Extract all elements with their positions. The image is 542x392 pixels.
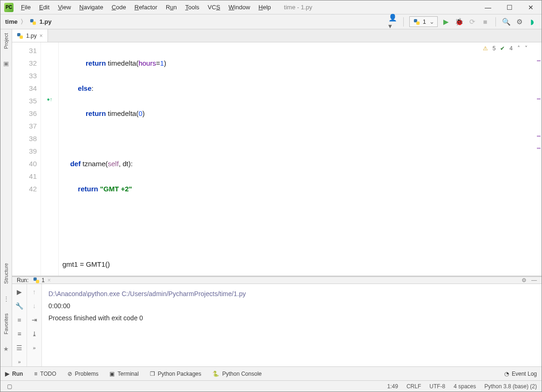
- user-icon[interactable]: 👤▾: [388, 17, 398, 27]
- terminal-tool-button[interactable]: ▣Terminal: [109, 371, 138, 377]
- minimize-button[interactable]: —: [477, 0, 499, 14]
- event-log-button[interactable]: ◔Event Log: [504, 371, 537, 377]
- wrench-icon[interactable]: 🔧: [14, 301, 25, 311]
- line-gutter: 313233 343536 373839 404142: [12, 42, 41, 276]
- console-line: Process finished with exit code 0: [48, 312, 535, 324]
- menu-window[interactable]: Window: [225, 2, 254, 13]
- menu-code[interactable]: Code: [108, 2, 130, 13]
- inspection-widget[interactable]: ⚠5 ✔4 ˄ ˅: [483, 45, 528, 52]
- problems-tool-button[interactable]: ⊘Problems: [68, 371, 99, 377]
- tab-close-icon[interactable]: ×: [40, 33, 43, 39]
- warning-count: 5: [493, 45, 496, 52]
- ide-updates-icon[interactable]: ◗: [528, 17, 537, 27]
- app-icon: PC: [4, 3, 14, 12]
- menubar: File Edit View Navigate Code Refactor Ru…: [17, 2, 275, 13]
- window-title: time - 1.py: [284, 4, 312, 11]
- run-label: Run:: [17, 277, 28, 284]
- svg-rect-5: [20, 35, 23, 39]
- error-stripe[interactable]: [536, 42, 542, 276]
- search-icon[interactable]: 🔍: [501, 17, 511, 27]
- menu-file[interactable]: File: [17, 2, 34, 13]
- terminal-icon: ▣: [109, 371, 115, 377]
- editor-body[interactable]: 313233 343536 373839 404142 ●↑ return ti…: [12, 42, 542, 276]
- svg-rect-7: [36, 280, 39, 283]
- breadcrumb-sep: 〉: [20, 18, 27, 26]
- gutter-icons: ●↑: [41, 42, 59, 276]
- todo-icon: ≡: [34, 371, 37, 377]
- scroll-end-icon[interactable]: ⤓: [29, 329, 40, 339]
- down-arrow-icon[interactable]: ↓: [29, 301, 40, 311]
- run-config-selector[interactable]: 1: [409, 16, 438, 27]
- window-controls: — ☐ ✕: [477, 0, 542, 14]
- console-output[interactable]: D:\Anaconda\python.exe C:/Users/admin/Py…: [42, 284, 542, 370]
- check-count: 4: [509, 45, 513, 52]
- code-content[interactable]: return timedelta(hours=1) else: return t…: [59, 42, 542, 276]
- stop-icon[interactable]: ■: [14, 315, 25, 325]
- project-icon: ▣: [3, 60, 9, 67]
- rerun-button[interactable]: ▶: [14, 287, 25, 297]
- python-file-icon: [33, 277, 40, 284]
- check-icon: ✔: [500, 45, 505, 52]
- structure-tool-button[interactable]: Structure: [3, 261, 9, 286]
- run-panel-header: Run: 1 × ⚙ —: [12, 277, 542, 284]
- run-config-label[interactable]: 1: [41, 277, 45, 284]
- python-console-tool-button[interactable]: 🐍Python Console: [212, 371, 262, 377]
- up-arrow-icon[interactable]: ↑: [29, 287, 40, 297]
- cursor-position[interactable]: 1:49: [387, 383, 398, 390]
- project-tool-button[interactable]: Project: [3, 31, 9, 51]
- line-separator[interactable]: CRLF: [406, 383, 421, 390]
- indent-setting[interactable]: 4 spaces: [454, 383, 476, 390]
- file-encoding[interactable]: UTF-8: [429, 383, 445, 390]
- breadcrumb-file[interactable]: 1.py: [40, 18, 52, 25]
- run-toolbar-secondary: ↑ ↓ ⇥ ⤓ »: [27, 284, 42, 370]
- debug-button[interactable]: 🐞: [454, 17, 464, 27]
- layout-icon[interactable]: ≡: [14, 329, 25, 339]
- interpreter[interactable]: Python 3.8 (base) (2): [484, 383, 537, 390]
- warning-icon: ⚠: [483, 45, 488, 52]
- run-button[interactable]: ▶: [441, 17, 451, 27]
- python-file-icon: [17, 33, 23, 39]
- stop-button[interactable]: ■: [481, 17, 490, 27]
- bottom-tool-bar: ▶Run ≡TODO ⊘Problems ▣Terminal ❒Python P…: [0, 366, 542, 380]
- pin-icon[interactable]: ☰: [14, 343, 25, 353]
- breadcrumb-root[interactable]: time: [5, 18, 18, 25]
- python-file-icon: [29, 18, 37, 26]
- run-tab-close-icon[interactable]: ×: [47, 277, 51, 284]
- console-icon: 🐍: [212, 371, 219, 377]
- override-icon[interactable]: ●↑: [41, 93, 58, 105]
- status-bar: ▢ 1:49 CRLF UTF-8 4 spaces Python 3.8 (b…: [0, 380, 542, 392]
- down-icon[interactable]: ˅: [525, 45, 528, 52]
- maximize-button[interactable]: ☐: [499, 0, 520, 14]
- more-icon[interactable]: »: [29, 343, 40, 353]
- run-settings-icon[interactable]: ⚙: [522, 277, 527, 284]
- close-button[interactable]: ✕: [520, 0, 542, 14]
- menu-refactor[interactable]: Refactor: [131, 2, 161, 13]
- run-tool-button[interactable]: ▶Run: [5, 371, 23, 377]
- separator: [403, 17, 404, 27]
- status-tool-window-icon[interactable]: ▢: [7, 383, 12, 390]
- titlebar: PC File Edit View Navigate Code Refactor…: [0, 0, 542, 14]
- menu-edit[interactable]: Edit: [35, 2, 53, 13]
- breadcrumb: time 〉 1.py: [5, 18, 52, 26]
- left-tool-rail: Project ▣ Structure ⋮ Favorites ★: [0, 29, 12, 366]
- python-packages-tool-button[interactable]: ❒Python Packages: [150, 371, 201, 377]
- run-tool-window: Run: 1 × ⚙ — ▶ 🔧 ■ ≡ ☰ »: [12, 276, 542, 366]
- svg-rect-3: [416, 21, 420, 25]
- menu-tools[interactable]: Tools: [182, 2, 203, 13]
- todo-tool-button[interactable]: ≡TODO: [34, 371, 56, 377]
- svg-rect-1: [33, 21, 36, 25]
- menu-navigate[interactable]: Navigate: [75, 2, 107, 13]
- menu-run[interactable]: Run: [162, 2, 181, 13]
- more-icon[interactable]: »: [14, 357, 25, 367]
- favorites-icon: ★: [3, 345, 9, 352]
- up-icon[interactable]: ˄: [517, 45, 520, 52]
- menu-help[interactable]: Help: [255, 2, 275, 13]
- editor-tab[interactable]: 1.py ×: [12, 29, 48, 42]
- favorites-tool-button[interactable]: Favorites: [3, 311, 9, 336]
- run-hide-icon[interactable]: —: [531, 277, 537, 284]
- soft-wrap-icon[interactable]: ⇥: [29, 315, 40, 325]
- menu-vcs[interactable]: VCS: [204, 2, 224, 13]
- menu-view[interactable]: View: [54, 2, 75, 13]
- settings-icon[interactable]: ⚙: [515, 17, 524, 27]
- coverage-button[interactable]: ⟳: [467, 17, 477, 27]
